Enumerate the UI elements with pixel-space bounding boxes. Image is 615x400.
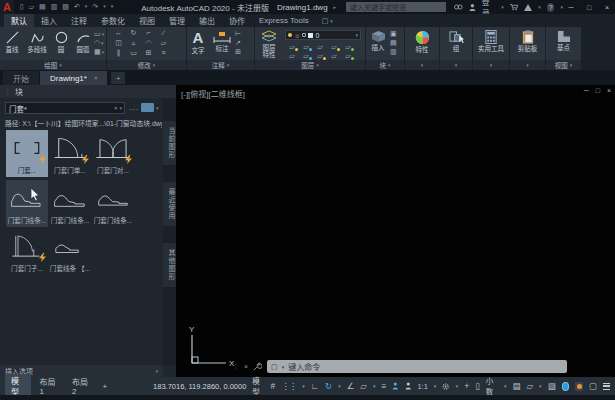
layer-dropdown-caret-icon[interactable]: ▾ [355,32,358,38]
command-prompt-text[interactable]: 键入命令 [288,361,320,372]
units-value[interactable]: 小数 [486,375,498,397]
redo-caret-icon[interactable]: ▾ [103,3,106,11]
grid-toggle-icon[interactable]: # [271,381,276,391]
arc-button[interactable]: 圆弧 [72,27,94,53]
file-tab-start[interactable]: 开始 [3,71,39,85]
annotation-visibility-icon[interactable] [392,381,399,391]
search-clear-icon[interactable]: × [112,105,120,111]
open-file-icon[interactable]: ▱ [29,3,34,11]
mleader-tool-icon[interactable]: ↗ [235,39,241,47]
clipboard-button[interactable]: 剪贴板 [518,27,538,52]
ribbon-tab-annotate[interactable]: 注释 [64,14,94,27]
redo-icon[interactable]: ↷ [92,3,98,11]
stay-connected-icon[interactable] [524,4,532,11]
ribbon-tab-parametric[interactable]: 参数化 [94,14,132,27]
move-tool-icon[interactable]: ↔ [111,29,126,39]
panel-view-label[interactable]: 视图▾ [546,60,581,70]
edit-block-icon[interactable]: ▤ [390,39,397,47]
isodraft-icon[interactable]: ∠ [347,381,355,391]
copy-tool-icon[interactable]: ◫ [111,39,126,49]
lineweight-toggle-icon[interactable]: ≡ [381,381,386,391]
utilities-button[interactable]: 实用工具 [478,27,504,52]
polyline-button[interactable]: 多段线 [24,27,50,53]
doc-close-icon[interactable]: × [607,87,611,94]
circle-button[interactable]: 圆 [50,27,72,53]
search-caret-icon[interactable]: ▾ [119,105,124,111]
browse-more-button[interactable]: ... [130,104,139,111]
layout-tab-layout1[interactable]: 布局1 [34,375,63,397]
search-binoculars-icon[interactable] [454,3,462,11]
panel-utilities-label[interactable]: ▾ [473,60,509,70]
help-search-input[interactable] [346,2,446,12]
command-close-icon[interactable]: × [244,363,248,370]
undo-icon[interactable]: ↶ [74,3,80,11]
leader-tool-icon[interactable]: ⊢ [235,30,241,38]
drawing-canvas[interactable]: [-][俯视][二维线框] ─ □ × Y X ⋮ × ▢ ▾ 键入命令 [176,85,615,377]
insertion-options-expand-icon[interactable]: ▾ [155,368,158,374]
command-customize-wrench-icon[interactable] [253,362,262,371]
browse-caret-icon[interactable]: ▾ [156,105,159,111]
file-tab-close-icon[interactable]: × [94,75,98,81]
layer-lock-icon[interactable] [302,33,306,37]
explode-tool-icon[interactable]: ≡ [156,49,171,59]
offset-tool-icon[interactable]: ▱ [156,39,171,49]
ribbon-tab-collaborate[interactable]: 协作 [222,14,252,27]
ribbon-tab-manage[interactable]: 管理 [162,14,192,27]
command-input-bar[interactable]: ▢ ▾ 键入命令 [267,360,567,373]
layer-tool-icon[interactable]: ▱ [299,43,313,52]
hatch-tool-icon[interactable]: ▦▾ [94,48,104,56]
panel-annotate-label[interactable]: 注释▾ [187,60,254,70]
groups-button[interactable]: 组 [449,27,464,52]
panel-layers-label[interactable]: 图层▾ [255,60,365,70]
scale-caret-icon[interactable]: ▾ [434,383,437,389]
palette-grip-icon[interactable]: ⋮ [4,88,11,96]
app-store-cart-icon[interactable] [510,3,518,11]
panel-clipboard-label[interactable]: ▾ [510,60,545,70]
stretch-tool-icon[interactable]: ∥ [111,49,126,59]
block-item-molding-1[interactable]: 门套门线条... [6,180,48,227]
block-item-molding-4[interactable]: 门套线条 【... [49,228,91,275]
insert-block-button[interactable]: 插入 [366,27,390,51]
line-button[interactable]: 直线 [0,27,24,53]
signin-caret-icon[interactable]: ▾ [501,4,504,10]
block-item-double-door[interactable]: 门套门对... [92,130,134,177]
new-layout-button[interactable]: + [98,382,111,391]
app-logo-icon[interactable]: A [0,0,14,14]
isolate-objects-icon[interactable] [575,382,582,391]
layer-tool-icon[interactable]: ▱ [341,43,355,52]
create-block-icon[interactable]: ▣ [390,30,397,38]
tray-monitor-caret-icon[interactable]: ▾ [539,383,542,389]
panel-properties-label[interactable]: ▾ [405,60,439,70]
help-icon[interactable]: ? [547,3,555,12]
layer-sun-icon[interactable]: ☼ [294,32,300,39]
polar-tracking-icon[interactable]: ↻ [325,381,332,391]
block-search-input[interactable] [6,104,112,113]
rectangle-tool-icon[interactable]: ▭▾ [94,30,104,38]
command-grip-icon[interactable]: ⋮ [232,363,239,371]
osnap-toggle-icon[interactable]: ▱ [360,381,367,391]
palette-tab-recent[interactable]: 最近使用 [163,182,176,226]
layer-bulb-icon[interactable] [288,33,292,37]
snap-toggle-icon[interactable]: ⋮⋮ [281,381,296,391]
array-tool-icon[interactable]: ⊞ [141,49,156,59]
units-caret-icon[interactable]: ▾ [504,383,507,389]
plot-icon[interactable]: ▨ [62,3,69,11]
polar-caret-icon[interactable]: ▾ [338,383,341,389]
file-tab-drawing1[interactable]: Drawing1* × [40,71,107,85]
panel-modify-label[interactable]: 修改▾ [107,60,186,70]
fillet-tool-icon[interactable]: ◠ [141,39,156,49]
ribbon-tab-output[interactable]: 输出 [192,14,222,27]
ribbon-tab-insert[interactable]: 插入 [34,14,64,27]
doc-restore-icon[interactable]: □ [596,87,600,94]
new-file-icon[interactable]: ▯ [20,3,24,11]
panel-groups-label[interactable]: ▾ [440,60,472,70]
layer-tool-icon[interactable]: ▱ [313,43,327,52]
base-view-button[interactable]: 基点 [557,27,571,51]
ribbon-options-icon[interactable]: ▢▾ [316,14,339,27]
layer-properties-button[interactable]: 图层特性 [255,27,283,58]
osnap-caret-icon[interactable]: ▾ [373,383,376,389]
trim-tool-icon[interactable]: ⌐ [141,29,156,39]
layer-tool-icon[interactable]: ▱ [285,43,299,52]
palette-header[interactable]: ⋮ 块 [0,85,176,98]
annotation-scale-value[interactable]: 1:1 [417,382,427,391]
